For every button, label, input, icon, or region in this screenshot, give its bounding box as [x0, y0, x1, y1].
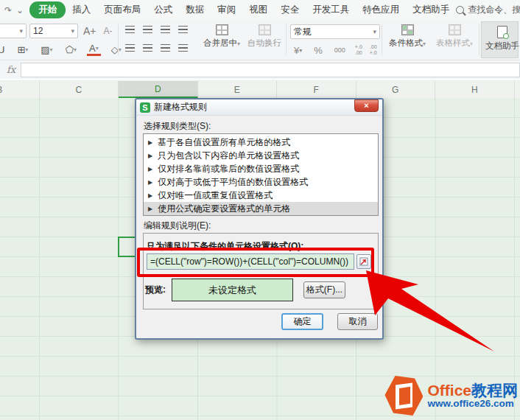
tab-insert[interactable]: 插入 — [66, 1, 97, 18]
command-search[interactable]: 查找命令、搜索模板 — [456, 4, 520, 16]
wrap-text-button[interactable]: 自动换行 — [247, 24, 281, 49]
orientation-icon[interactable] — [178, 26, 188, 34]
shrink-font-button[interactable]: A- — [102, 24, 115, 38]
rule-type-item[interactable]: ▶ 基于各自值设置所有单元格的格式 — [144, 136, 378, 149]
align-left-icon[interactable] — [125, 44, 135, 52]
tab-data[interactable]: 数据 — [179, 1, 211, 18]
rule-type-item-label: 只为包含以下内容的单元格设置格式 — [158, 150, 299, 162]
watermark: Office教程网 www.office26.com — [384, 375, 518, 416]
triangle-right-icon: ▶ — [148, 139, 152, 146]
conditional-format-button[interactable]: 条件格式▾ — [389, 24, 426, 49]
rule-type-item-label: 仅对唯一值或重复值设置格式 — [158, 189, 273, 202]
tab-security[interactable]: 安全 — [274, 1, 306, 18]
rule-type-label: 选择规则类型(S): — [144, 120, 211, 133]
table-style-button[interactable]: 表格样式▾ — [436, 24, 473, 49]
eraser-icon[interactable]: ◇▾ — [109, 42, 124, 57]
align-top-icon[interactable] — [125, 26, 135, 34]
preview-label: 预览: — [145, 284, 166, 296]
comma-format-icon[interactable]: 000 — [332, 43, 348, 57]
rule-type-item[interactable]: ▶ 仅对排名靠前或靠后的数值设置格式 — [144, 162, 378, 175]
chevron-down-icon: ▾ — [423, 41, 426, 47]
decrease-decimal-icon[interactable]: .00 +.0 — [370, 44, 377, 56]
fx-icon: fx — [0, 64, 21, 75]
search-label: 查找命令、搜索模板 — [468, 4, 520, 16]
watermark-brand-blue: 教程网 — [471, 382, 518, 399]
merge-cells-icon — [216, 24, 228, 35]
chevron-down-icon: ▾ — [237, 41, 240, 47]
watermark-brand: Office教程网 — [427, 382, 518, 399]
column-header-h[interactable]: H — [435, 81, 515, 98]
redo-icon[interactable]: ↷ — [4, 5, 12, 15]
column-header-d[interactable]: D — [119, 81, 198, 98]
column-header-c[interactable]: C — [40, 81, 119, 98]
chevron-down-icon: ▾ — [19, 27, 23, 35]
tab-home[interactable]: 开始 — [29, 1, 66, 18]
conditional-format-icon — [401, 24, 414, 35]
column-headers: B C D E F G H — [0, 81, 520, 99]
ok-button[interactable]: 确定 — [281, 313, 323, 330]
tab-doc-assistant[interactable]: 文档助手 — [406, 1, 456, 18]
quick-access-toolbar: ↷ ⌄ — [0, 5, 29, 15]
tab-review[interactable]: 审阅 — [211, 1, 242, 18]
rule-type-item[interactable]: ▶ 仅对高于或低于平均值的数值设置格式 — [144, 175, 378, 189]
formula-bar-input[interactable] — [21, 63, 520, 77]
fill-color-icon[interactable]: ⬠▾ — [63, 42, 79, 57]
underline-button[interactable]: U — [0, 42, 7, 57]
currency-format-icon[interactable]: ¥▾ — [292, 43, 304, 57]
office-logo-door — [396, 382, 412, 409]
triangle-right-icon: ▶ — [148, 179, 152, 186]
triangle-right-icon: ▶ — [148, 192, 152, 199]
tab-developer[interactable]: 开发工具 — [306, 1, 356, 18]
edit-rule-label: 编辑规则说明(E): — [144, 220, 211, 232]
close-icon[interactable]: × — [354, 99, 379, 112]
rule-type-item-label: 使用公式确定要设置格式的单元格 — [158, 203, 290, 215]
ribbon-toolbar: ▾ 12 ▾ A+ A- U ⊞▾ ▨▾ ⬠▾ A▾ ◇▾ — [0, 20, 520, 60]
percent-format-icon[interactable]: % — [312, 43, 325, 57]
number-format-combo[interactable]: 常规 ▾ — [290, 24, 380, 39]
font-color-icon[interactable]: A▾ — [87, 43, 101, 56]
format-button[interactable]: 格式(F)... — [303, 281, 345, 298]
column-header-g[interactable]: G — [356, 81, 436, 98]
justify-icon[interactable] — [178, 44, 188, 52]
tab-formulas[interactable]: 公式 — [147, 1, 179, 18]
wps-spreadsheet-icon: S — [140, 102, 150, 113]
increase-decimal-icon[interactable]: +.0 .00 — [355, 44, 362, 56]
grow-font-button[interactable]: A+ — [81, 24, 99, 38]
font-size-combo[interactable]: 12 ▾ — [29, 24, 78, 38]
toolbar-separator — [286, 24, 287, 55]
rule-type-item[interactable]: ▶ 只为包含以下内容的单元格设置格式 — [144, 149, 378, 162]
merge-center-label: 合并居中 — [203, 38, 237, 47]
align-bottom-icon[interactable] — [161, 26, 170, 34]
borders-icon[interactable]: ⊞▾ — [15, 42, 30, 57]
preview-box: 未设定格式 — [172, 279, 293, 301]
font-name-combo[interactable]: ▾ — [0, 24, 27, 38]
column-header-f[interactable]: F — [277, 81, 356, 98]
triangle-right-icon: ▶ — [148, 206, 152, 212]
column-header-b[interactable]: B — [0, 81, 40, 98]
rule-type-list: ▶ 基于各自值设置所有单元格的格式 ▶ 只为包含以下内容的单元格设置格式 ▶ 仅… — [143, 133, 379, 216]
align-right-icon[interactable] — [161, 44, 170, 52]
tab-page-layout[interactable]: 页面布局 — [97, 1, 147, 18]
align-middle-icon[interactable] — [143, 26, 152, 34]
rule-type-item[interactable]: ▶ 仅对唯一值或重复值设置格式 — [144, 189, 378, 202]
triangle-right-icon: ▶ — [148, 166, 152, 172]
chevron-down-icon: ▾ — [470, 41, 473, 47]
new-format-rule-dialog: S 新建格式规则 × 选择规则类型(S): ▶ 基于各自值设置所有单元格的格式 … — [135, 98, 384, 340]
table-style-label: 表格样式 — [436, 38, 470, 47]
chevron-down-icon: ▾ — [373, 28, 376, 35]
rule-type-item-label: 基于各自值设置所有单元格的格式 — [158, 136, 290, 149]
fill-cells-icon[interactable]: ▨▾ — [38, 42, 55, 57]
rule-type-item-selected[interactable]: ▶ 使用公式确定要设置格式的单元格 — [144, 202, 378, 215]
column-header-e[interactable]: E — [198, 81, 278, 98]
dialog-title-bar[interactable]: S 新建格式规则 × — [136, 99, 382, 116]
tab-special-features[interactable]: 特色应用 — [356, 1, 406, 18]
tab-view[interactable]: 视图 — [242, 1, 274, 18]
rule-type-item-label: 仅对高于或低于平均值的数值设置格式 — [158, 176, 308, 189]
chevron-down-icon[interactable]: ⌄ — [16, 5, 24, 15]
merge-center-button[interactable]: 合并居中▾ — [203, 24, 240, 49]
triangle-right-icon: ▶ — [148, 153, 152, 159]
cancel-button[interactable]: 取消 — [337, 313, 378, 330]
doc-assistant-button[interactable]: 文档助手 — [481, 21, 519, 58]
align-center-icon[interactable] — [143, 44, 152, 52]
toolbar-separator — [479, 24, 479, 55]
